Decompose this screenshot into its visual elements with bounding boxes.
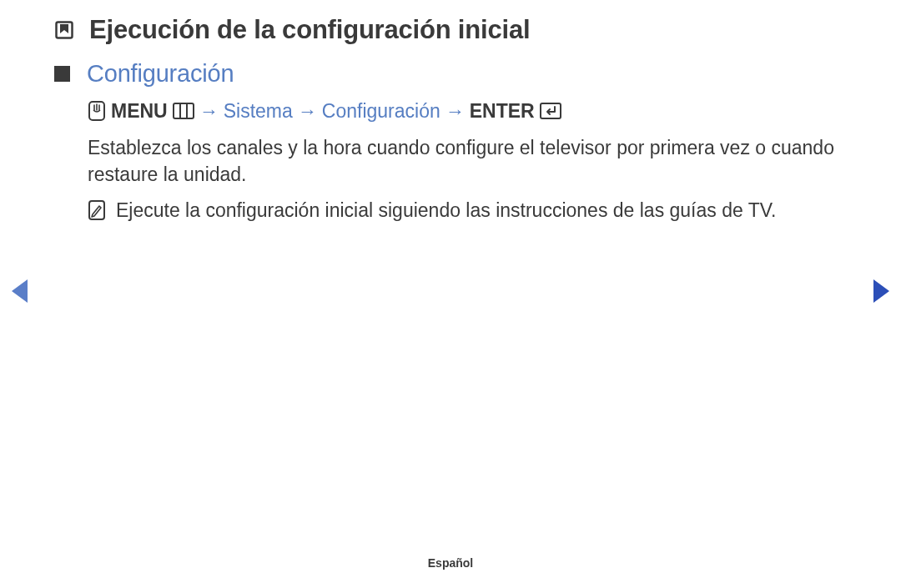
- note-icon: [88, 199, 106, 221]
- remote-icon: [88, 100, 106, 122]
- page-title: Ejecución de la configuración inicial: [89, 15, 530, 45]
- menu-label: MENU: [111, 98, 168, 124]
- page-content: Ejecución de la configuración inicial Co…: [54, 15, 851, 224]
- section-bullet-icon: [54, 66, 70, 82]
- note-text: Ejecute la configuración inicial siguien…: [116, 197, 851, 224]
- prev-page-button[interactable]: [12, 279, 28, 303]
- path-segment-sistema: Sistema: [224, 98, 293, 124]
- body-paragraph: Establezca los canales y la hora cuando …: [88, 134, 851, 188]
- next-page-button[interactable]: [873, 279, 889, 303]
- arrow-icon: →: [199, 98, 219, 124]
- svg-rect-2: [174, 103, 194, 118]
- arrow-icon: →: [298, 98, 317, 124]
- note-row: Ejecute la configuración inicial siguien…: [88, 197, 851, 224]
- arrow-icon: →: [445, 98, 465, 124]
- bookmark-icon: [54, 20, 74, 40]
- section-row: Configuración: [54, 60, 851, 88]
- page-title-row: Ejecución de la configuración inicial: [54, 15, 851, 45]
- enter-glyph-icon: [540, 103, 561, 119]
- menu-path: MENU → Sistema → Configuración → ENTER: [88, 98, 851, 124]
- footer-language: Español: [0, 556, 901, 570]
- menu-glyph-icon: [173, 103, 194, 119]
- section-title: Configuración: [87, 60, 234, 88]
- enter-label: ENTER: [470, 98, 535, 124]
- path-segment-configuracion: Configuración: [322, 98, 440, 124]
